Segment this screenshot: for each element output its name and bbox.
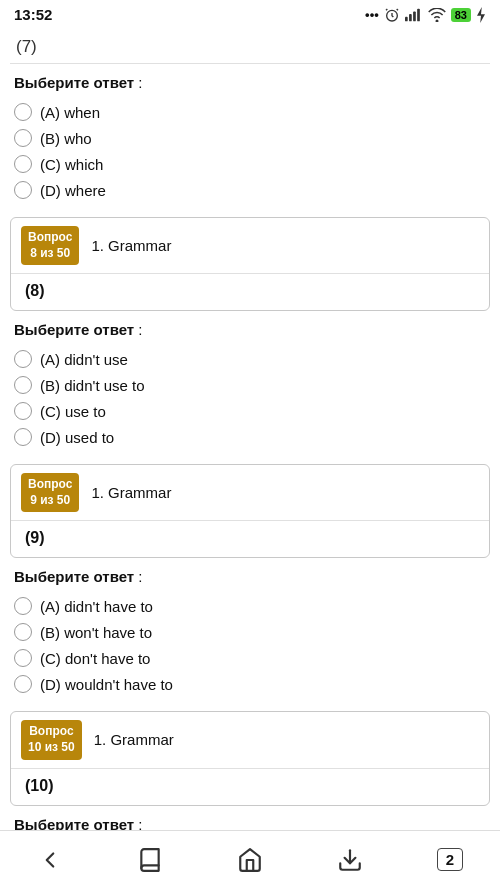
option-label: (C) don't have to: [40, 650, 150, 667]
prompt-q9: Выберите ответ :: [14, 568, 490, 585]
radio-icon[interactable]: [14, 649, 32, 667]
card-header-10: Вопрос 10 из 50 1. Grammar: [11, 712, 489, 768]
option-label: (A) didn't have to: [40, 598, 153, 615]
radio-icon[interactable]: [14, 350, 32, 368]
svg-rect-4: [417, 8, 420, 21]
dots-icon: •••: [365, 7, 379, 22]
svg-rect-3: [413, 11, 416, 21]
prompt-q7: Выберите ответ :: [14, 74, 490, 91]
list-item[interactable]: (D) where: [14, 177, 490, 203]
svg-point-5: [436, 20, 438, 22]
home-icon: [237, 847, 263, 873]
radio-icon[interactable]: [14, 402, 32, 420]
list-item[interactable]: (A) didn't use: [14, 346, 490, 372]
option-label: (B) won't have to: [40, 624, 152, 641]
option-label: (B) didn't use to: [40, 377, 145, 394]
option-label: (C) use to: [40, 403, 106, 420]
option-label: (C) which: [40, 156, 103, 173]
svg-rect-1: [405, 16, 408, 21]
option-label: (A) when: [40, 104, 100, 121]
back-icon: [37, 847, 63, 873]
card-body-10: (10): [11, 769, 489, 805]
option-label: (D) where: [40, 182, 106, 199]
status-time: 13:52: [14, 6, 52, 23]
bottom-nav: 2: [0, 830, 500, 888]
page-number: 2: [437, 848, 463, 871]
alarm-icon: [384, 7, 400, 23]
status-icons: ••• 83: [365, 7, 486, 23]
option-label: (A) didn't use: [40, 351, 128, 368]
radio-icon[interactable]: [14, 428, 32, 446]
prompt-q8: Выберите ответ :: [14, 321, 490, 338]
card-body-8: (8): [11, 274, 489, 310]
home-button[interactable]: [228, 838, 272, 882]
book-button[interactable]: [128, 838, 172, 882]
charging-icon: [476, 7, 486, 23]
download-button[interactable]: [328, 838, 372, 882]
list-item[interactable]: (A) when: [14, 99, 490, 125]
signal-icon: [405, 8, 423, 22]
status-bar: 13:52 ••• 83: [0, 0, 500, 27]
card-header-9: Вопрос 9 из 50 1. Grammar: [11, 465, 489, 521]
svg-marker-6: [477, 7, 485, 23]
card-body-9: (9): [11, 521, 489, 557]
list-item[interactable]: (D) used to: [14, 424, 490, 450]
list-item[interactable]: (C) don't have to: [14, 645, 490, 671]
option-label: (B) who: [40, 130, 92, 147]
question-category-10: 1. Grammar: [94, 731, 174, 748]
radio-icon[interactable]: [14, 623, 32, 641]
question-badge-9: Вопрос 9 из 50: [21, 473, 79, 512]
list-item[interactable]: (A) didn't have to: [14, 593, 490, 619]
options-q8: (A) didn't use (B) didn't use to (C) use…: [14, 346, 490, 450]
list-item[interactable]: (B) didn't use to: [14, 372, 490, 398]
question-category-8: 1. Grammar: [91, 237, 171, 254]
page-number-button[interactable]: 2: [428, 838, 472, 882]
radio-icon[interactable]: [14, 103, 32, 121]
battery-badge: 83: [451, 8, 471, 22]
back-button[interactable]: [28, 838, 72, 882]
card-header-8: Вопрос 8 из 50 1. Grammar: [11, 218, 489, 274]
list-item[interactable]: (B) won't have to: [14, 619, 490, 645]
list-item[interactable]: (D) wouldn't have to: [14, 671, 490, 697]
question-card-9: Вопрос 9 из 50 1. Grammar (9): [10, 464, 490, 558]
radio-icon[interactable]: [14, 129, 32, 147]
book-icon: [137, 847, 163, 873]
options-q7: (A) when (B) who (C) which (D) where: [14, 99, 490, 203]
radio-icon[interactable]: [14, 376, 32, 394]
top-partial-item: (7): [10, 27, 490, 64]
option-label: (D) used to: [40, 429, 114, 446]
section-q9: Выберите ответ : (A) didn't have to (B) …: [10, 568, 490, 697]
question-card-8: Вопрос 8 из 50 1. Grammar (8): [10, 217, 490, 311]
radio-icon[interactable]: [14, 597, 32, 615]
radio-icon[interactable]: [14, 675, 32, 693]
main-content: (7) Выберите ответ : (A) when (B) who (C…: [0, 27, 500, 888]
download-icon: [337, 847, 363, 873]
list-item[interactable]: (C) use to: [14, 398, 490, 424]
radio-icon[interactable]: [14, 155, 32, 173]
question-badge-8: Вопрос 8 из 50: [21, 226, 79, 265]
radio-icon[interactable]: [14, 181, 32, 199]
question-card-10: Вопрос 10 из 50 1. Grammar (10): [10, 711, 490, 805]
section-q7: Выберите ответ : (A) when (B) who (C) wh…: [10, 74, 490, 203]
option-label: (D) wouldn't have to: [40, 676, 173, 693]
section-q8: Выберите ответ : (A) didn't use (B) didn…: [10, 321, 490, 450]
list-item[interactable]: (C) which: [14, 151, 490, 177]
options-q9: (A) didn't have to (B) won't have to (C)…: [14, 593, 490, 697]
wifi-icon: [428, 8, 446, 22]
list-item[interactable]: (B) who: [14, 125, 490, 151]
question-category-9: 1. Grammar: [91, 484, 171, 501]
svg-rect-2: [409, 14, 412, 21]
question-badge-10: Вопрос 10 из 50: [21, 720, 82, 759]
